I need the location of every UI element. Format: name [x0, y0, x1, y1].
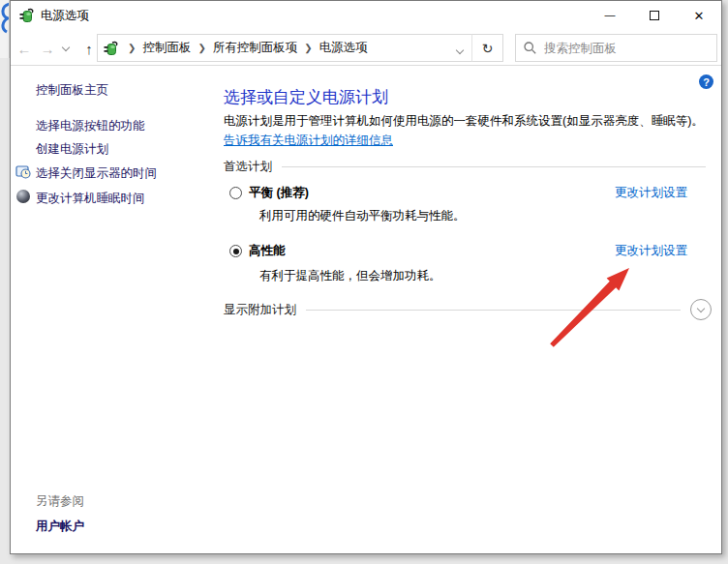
chevron-down-icon	[697, 304, 705, 312]
breadcrumb-separator: ❯	[191, 43, 212, 53]
recent-pages-dropdown[interactable]	[59, 36, 73, 61]
description-text: 电源计划是用于管理计算机如何使用电源的一套硬件和系统设置(如显示器亮度、睡眠等)…	[224, 114, 704, 128]
chevron-down-icon	[62, 43, 70, 50]
preferred-plans-group: 首选计划	[224, 159, 706, 175]
show-additional-plans-expander[interactable]	[690, 299, 712, 320]
breadcrumb-all-items[interactable]: 所有控制面板项	[213, 40, 298, 56]
breadcrumb-separator: ❯	[121, 43, 142, 53]
address-dropdown-button[interactable]	[457, 40, 467, 57]
forward-icon: →	[41, 41, 55, 57]
breadcrumb-power-options[interactable]: 电源选项	[319, 40, 368, 56]
additional-plans-label: 显示附加计划	[224, 302, 306, 318]
power-plug-icon	[19, 8, 35, 23]
up-icon: ↑	[85, 41, 93, 57]
sidebar-item-user-accounts[interactable]: 用户帐户	[36, 519, 84, 535]
help-button[interactable]: ?	[699, 74, 713, 89]
change-plan-settings-link-balanced[interactable]: 更改计划设置	[615, 185, 687, 201]
forward-button[interactable]: →	[36, 36, 59, 61]
plan-name-high-performance[interactable]: 高性能	[249, 243, 286, 259]
main-content: ? 选择或自定义电源计划 电源计划是用于管理计算机如何使用电源的一套硬件和系统设…	[11, 67, 723, 555]
plan-name-balanced[interactable]: 平衡 (推荐)	[249, 185, 309, 201]
see-also-header: 另请参阅	[36, 493, 84, 510]
minimize-icon: —	[605, 9, 616, 20]
maximize-button[interactable]	[632, 1, 677, 30]
radio-high-performance[interactable]	[229, 245, 242, 257]
search-input[interactable]	[544, 42, 709, 55]
background-app-logo-fragment	[0, 0, 10, 58]
plan-desc-balanced: 利用可用的硬件自动平衡功耗与性能。	[259, 208, 466, 224]
power-plug-icon	[104, 41, 119, 56]
change-plan-settings-link-high-performance[interactable]: 更改计划设置	[615, 243, 687, 259]
radio-balanced[interactable]	[229, 187, 242, 199]
divider	[306, 310, 681, 311]
background-window-sliver	[0, 0, 10, 58]
divider	[282, 166, 706, 167]
navigation-toolbar: ← → ↑ ❯ 控制面板 ❯ 所有控制面板项 ❯ 电源选项 ↻	[11, 30, 721, 66]
additional-plans-group: 显示附加计划	[224, 302, 681, 318]
preferred-plans-label: 首选计划	[224, 159, 282, 175]
search-icon	[524, 42, 536, 54]
address-bar[interactable]: ❯ 控制面板 ❯ 所有控制面板项 ❯ 电源选项	[97, 34, 473, 62]
window-title: 电源选项	[41, 1, 89, 30]
power-options-window: 电源选项 — ✕ ← → ↑ ❯ 控制面板 ❯ 所有控制面板项 ❯ 电源选项	[10, 0, 722, 554]
page-description: 电源计划是用于管理计算机如何使用电源的一套硬件和系统设置(如显示器亮度、睡眠等)…	[224, 112, 714, 150]
plan-desc-high-performance: 有利于提高性能，但会增加功耗。	[259, 268, 441, 284]
breadcrumb-separator: ❯	[297, 43, 318, 53]
close-icon: ✕	[694, 9, 705, 23]
breadcrumb-control-panel[interactable]: 控制面板	[142, 40, 191, 56]
close-button[interactable]: ✕	[677, 1, 721, 30]
page-title: 选择或自定义电源计划	[224, 86, 388, 108]
minimize-button[interactable]: —	[588, 1, 632, 30]
title-bar[interactable]: 电源选项 — ✕	[11, 1, 721, 30]
search-box[interactable]	[515, 34, 717, 62]
refresh-icon: ↻	[482, 41, 494, 56]
maximize-icon	[650, 11, 659, 20]
tell-me-more-link[interactable]: 告诉我有关电源计划的详细信息	[224, 134, 393, 147]
help-icon: ?	[703, 76, 710, 88]
chevron-down-icon	[456, 45, 464, 53]
refresh-button[interactable]: ↻	[471, 34, 503, 62]
back-icon: ←	[17, 41, 32, 57]
back-button[interactable]: ←	[13, 36, 36, 61]
